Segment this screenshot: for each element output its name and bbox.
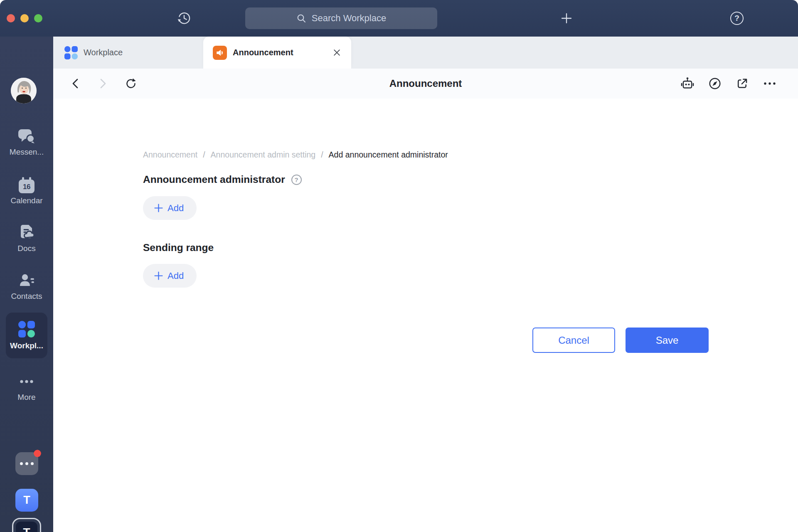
ellipsis-icon xyxy=(763,82,776,85)
breadcrumb-admin-setting[interactable]: Announcement admin setting xyxy=(211,150,316,160)
sidebar-item-label: More xyxy=(0,393,53,402)
add-button-label: Add xyxy=(167,271,184,281)
open-in-new-window-button[interactable] xyxy=(735,76,750,91)
titlebar: Search Workplace ? xyxy=(0,0,798,37)
add-sending-range-button[interactable]: Add xyxy=(143,264,197,288)
add-administrator-button[interactable]: Add xyxy=(143,196,197,220)
close-tab-button[interactable] xyxy=(330,47,343,59)
workplace-grid-icon xyxy=(64,46,78,59)
tab-strip: Workplace Announcement xyxy=(53,37,798,69)
sidebar-item-docs[interactable]: Docs xyxy=(0,224,53,253)
sidebar-item-workplace-selected[interactable]: Workpl... xyxy=(6,313,47,358)
back-button[interactable] xyxy=(69,78,81,89)
sidebar-item-messenger[interactable]: Messen... xyxy=(0,128,53,157)
close-window-button[interactable] xyxy=(7,14,15,22)
calendar-day-number: 16 xyxy=(19,183,34,191)
current-tenant-initial: T xyxy=(23,526,30,532)
sidebar-item-more[interactable]: More xyxy=(0,373,53,402)
sidebar-item-label: Docs xyxy=(0,244,53,253)
app-toolbar: Announcement xyxy=(53,69,798,99)
sidebar-item-label: Calendar xyxy=(0,196,53,205)
sidebar-item-label: Messen... xyxy=(0,148,53,157)
robot-icon xyxy=(680,77,695,90)
breadcrumb-announcement[interactable]: Announcement xyxy=(143,150,197,160)
refresh-button[interactable] xyxy=(125,78,137,89)
chevron-left-icon xyxy=(70,78,80,89)
sidebar-item-contacts[interactable]: Contacts xyxy=(0,272,53,301)
sidebar-item-label: Contacts xyxy=(0,292,53,301)
user-avatar[interactable] xyxy=(11,78,37,103)
breadcrumb-separator: / xyxy=(203,150,205,160)
notification-badge xyxy=(34,450,41,457)
app-window: Search Workplace ? xyxy=(0,0,798,532)
plus-icon xyxy=(154,271,163,280)
ellipsis-icon xyxy=(18,379,35,384)
docs-icon xyxy=(18,224,35,241)
traffic-lights xyxy=(7,14,42,22)
close-icon xyxy=(333,49,341,57)
open-in-new-window-icon xyxy=(735,76,749,91)
avatar-portrait xyxy=(11,78,37,103)
forward-button[interactable] xyxy=(97,78,109,89)
calendar-icon: 16 xyxy=(19,180,34,193)
section-title-sending-range: Sending range xyxy=(143,242,214,254)
search-input[interactable]: Search Workplace xyxy=(245,7,437,29)
workplace-grid-icon xyxy=(18,321,35,337)
zoom-window-button[interactable] xyxy=(34,14,42,22)
sidebar-item-label: Workpl... xyxy=(10,341,43,350)
plus-icon xyxy=(560,12,573,25)
minimize-window-button[interactable] xyxy=(20,14,29,22)
current-tenant-button[interactable]: T xyxy=(12,518,41,532)
tenant-workspace-button[interactable]: T xyxy=(15,489,38,512)
main-area: Workplace Announcement xyxy=(53,37,798,532)
speaker-icon xyxy=(215,48,225,58)
apps-ellipsis-icon xyxy=(20,462,23,465)
sidebar-item-calendar[interactable]: 16 Calendar xyxy=(0,177,53,205)
breadcrumb: Announcement / Announcement admin settin… xyxy=(143,150,448,160)
search-placeholder: Search Workplace xyxy=(312,13,386,24)
announcement-app-icon xyxy=(213,46,227,60)
tab-announcement-active[interactable]: Announcement xyxy=(203,37,351,69)
tab-label: Workplace xyxy=(84,48,123,57)
more-apps-dock-button[interactable] xyxy=(15,452,38,475)
chat-bubbles-icon xyxy=(18,128,35,144)
chevron-right-icon xyxy=(98,78,108,89)
refresh-icon xyxy=(125,77,137,90)
history-button[interactable] xyxy=(176,10,192,26)
more-options-button[interactable] xyxy=(762,76,777,91)
compass-icon xyxy=(708,76,722,91)
tenant-initial: T xyxy=(23,494,30,507)
section-title-announcement-administrator: Announcement administrator ? xyxy=(143,174,302,185)
question-mark-icon: ? xyxy=(295,176,298,183)
sidebar: Messen... 16 Calendar Docs xyxy=(0,37,53,532)
cancel-button[interactable]: Cancel xyxy=(532,328,615,353)
search-icon xyxy=(296,13,306,23)
tab-workplace[interactable]: Workplace xyxy=(53,37,203,69)
history-clock-icon xyxy=(177,11,192,26)
bot-button[interactable] xyxy=(680,76,695,91)
new-tab-button[interactable] xyxy=(559,10,574,26)
plus-icon xyxy=(154,204,163,212)
breadcrumb-separator: / xyxy=(321,150,323,160)
question-mark-icon: ? xyxy=(734,14,739,23)
page-content: Announcement / Announcement admin settin… xyxy=(53,99,798,532)
help-tooltip-icon[interactable]: ? xyxy=(291,175,302,185)
contacts-icon xyxy=(18,273,35,288)
help-button[interactable]: ? xyxy=(730,12,744,25)
save-button[interactable]: Save xyxy=(626,328,709,353)
add-button-label: Add xyxy=(167,203,184,214)
tab-label: Announcement xyxy=(233,48,293,57)
breadcrumb-current: Add announcement administrator xyxy=(329,150,448,160)
open-in-browser-button[interactable] xyxy=(707,76,722,91)
